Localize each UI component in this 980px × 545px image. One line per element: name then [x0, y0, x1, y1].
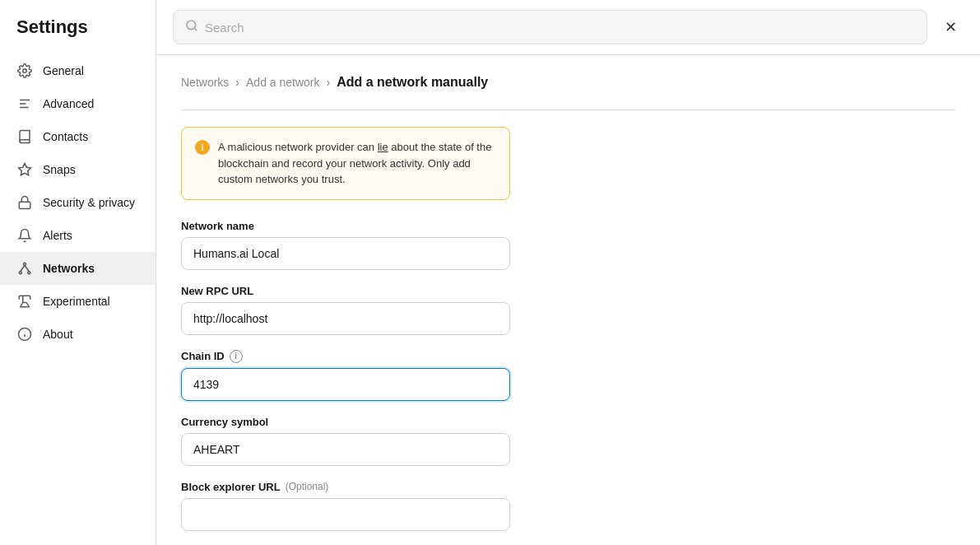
sidebar-item-advanced[interactable]: Advanced: [0, 87, 156, 120]
search-box[interactable]: [173, 10, 927, 44]
breadcrumb-networks[interactable]: Networks: [181, 76, 229, 89]
svg-point-8: [28, 272, 30, 274]
search-input[interactable]: [205, 21, 915, 35]
breadcrumb-current: Add a network manually: [337, 75, 488, 90]
rpc-url-label: New RPC URL: [181, 285, 510, 297]
sidebar-item-general[interactable]: General: [0, 54, 156, 87]
experimental-icon: [16, 293, 33, 310]
svg-line-9: [21, 265, 25, 272]
advanced-icon: [16, 95, 33, 112]
breadcrumb: Networks › Add a network › Add a network…: [181, 75, 955, 90]
currency-symbol-group: Currency symbol: [181, 416, 510, 466]
lock-icon: [16, 194, 33, 211]
chain-id-info-icon[interactable]: i: [230, 350, 243, 363]
sidebar-label-networks: Networks: [43, 262, 95, 275]
chain-id-group: Chain ID i: [181, 350, 510, 401]
bell-icon: [16, 227, 33, 244]
breadcrumb-sep1: ›: [235, 76, 239, 89]
svg-line-10: [25, 265, 29, 272]
chain-id-label: Chain ID i: [181, 350, 510, 363]
close-button[interactable]: ✕: [937, 14, 964, 40]
network-icon: [16, 260, 33, 277]
sidebar-label-security-privacy: Security & privacy: [43, 196, 135, 209]
topbar: ✕: [156, 0, 980, 55]
svg-point-14: [187, 21, 196, 30]
sidebar-label-snaps: Snaps: [43, 163, 76, 176]
sidebar-label-advanced: Advanced: [43, 97, 94, 110]
sidebar: Settings General Advanced Contacts: [0, 0, 156, 545]
info-icon: [16, 326, 33, 342]
sidebar-label-general: General: [43, 64, 84, 77]
sidebar-item-about[interactable]: About: [0, 318, 156, 351]
search-icon: [185, 19, 198, 35]
currency-symbol-label: Currency symbol: [181, 416, 510, 428]
snaps-icon: [16, 161, 33, 178]
app-title: Settings: [0, 16, 156, 54]
divider: [181, 109, 955, 110]
rpc-url-input[interactable]: [181, 302, 510, 335]
breadcrumb-sep2: ›: [327, 76, 331, 89]
svg-point-0: [23, 69, 27, 73]
block-explorer-input[interactable]: [181, 498, 510, 531]
sidebar-label-experimental: Experimental: [43, 295, 110, 308]
network-name-group: Network name: [181, 220, 510, 270]
warning-icon: i: [195, 140, 210, 155]
svg-rect-5: [19, 202, 30, 208]
content-area: Networks › Add a network › Add a network…: [156, 55, 980, 545]
chain-id-input[interactable]: [181, 368, 510, 401]
sidebar-item-alerts[interactable]: Alerts: [0, 219, 156, 252]
currency-symbol-input[interactable]: [181, 433, 510, 466]
sidebar-item-contacts[interactable]: Contacts: [0, 120, 156, 153]
breadcrumb-add-network[interactable]: Add a network: [246, 76, 320, 89]
contacts-icon: [16, 128, 33, 145]
svg-marker-4: [19, 164, 31, 175]
rpc-url-group: New RPC URL: [181, 285, 510, 335]
gear-icon: [16, 63, 33, 79]
sidebar-item-security-privacy[interactable]: Security & privacy: [0, 186, 156, 219]
network-name-input[interactable]: [181, 237, 510, 270]
sidebar-label-contacts: Contacts: [43, 130, 88, 143]
sidebar-item-networks[interactable]: Networks: [0, 252, 156, 285]
sidebar-label-alerts: Alerts: [43, 229, 72, 242]
svg-line-15: [194, 28, 197, 30]
main-panel: ✕ Networks › Add a network › Add a netwo…: [156, 0, 980, 545]
warning-box: i A malicious network provider can lie a…: [181, 127, 510, 200]
block-explorer-group: Block explorer URL (Optional): [181, 481, 510, 531]
sidebar-item-experimental[interactable]: Experimental: [0, 285, 156, 318]
svg-point-7: [19, 272, 21, 274]
block-explorer-label: Block explorer URL (Optional): [181, 481, 510, 493]
svg-point-6: [24, 263, 26, 265]
sidebar-label-about: About: [43, 328, 73, 341]
network-name-label: Network name: [181, 220, 510, 232]
sidebar-item-snaps[interactable]: Snaps: [0, 153, 156, 186]
warning-text: A malicious network provider can lie abo…: [218, 139, 496, 188]
